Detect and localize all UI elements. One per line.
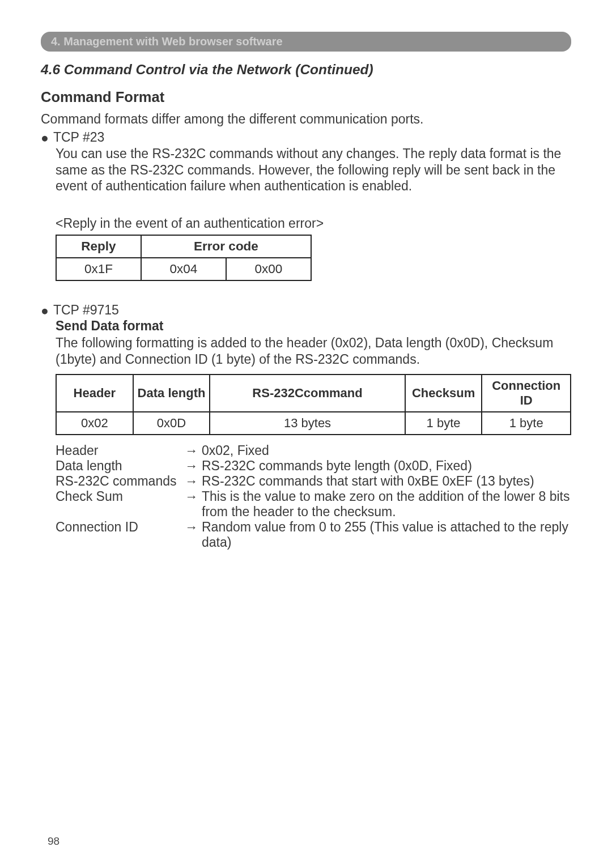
definition-desc: 0x02, Fixed — [202, 443, 571, 458]
tcp9715-bullet: ● TCP #9715 — [41, 303, 571, 319]
definition-row: Data length → RS-232C commands byte leng… — [56, 458, 571, 474]
send-table-header: Connection ID — [482, 375, 571, 412]
definition-row: Check Sum → This is the value to make ze… — [56, 489, 571, 520]
definition-row: RS-232C commands → RS-232C commands that… — [56, 474, 571, 489]
bullet-icon: ● — [41, 303, 49, 319]
definition-row: Header → 0x02, Fixed — [56, 443, 571, 458]
definition-desc: RS-232C commands that start with 0xBE 0x… — [202, 474, 571, 489]
send-table-header: Data length — [133, 375, 210, 412]
arrow-icon: → — [185, 443, 202, 458]
arrow-icon: → — [185, 520, 202, 535]
command-format-heading: Command Format — [41, 89, 571, 105]
definition-term: Header — [56, 443, 185, 458]
send-table-cell: 0x0D — [133, 412, 210, 435]
send-format-table: Header Data length RS-232Ccommand Checks… — [56, 374, 571, 435]
tcp9715-paragraph: The following formatting is added to the… — [56, 335, 571, 367]
send-table-cell: 1 byte — [482, 412, 571, 435]
section-title: 4.6 Command Control via the Network (Con… — [41, 62, 571, 78]
auth-table-cell: 0x00 — [226, 258, 311, 280]
bullet-icon: ● — [41, 130, 49, 146]
tcp23-paragraph: You can use the RS-232C commands without… — [56, 146, 571, 194]
send-table-header: Checksum — [405, 375, 482, 412]
auth-table-cell: 0x04 — [141, 258, 226, 280]
definition-desc: RS-232C commands byte length (0x0D, Fixe… — [202, 458, 571, 474]
send-data-heading: Send Data format — [56, 318, 571, 334]
intro-paragraph: Command formats differ among the differe… — [41, 111, 571, 127]
definition-desc: This is the value to make zero on the ad… — [202, 489, 571, 520]
auth-table-header-error: Error code — [141, 235, 311, 258]
definition-list: Header → 0x02, Fixed Data length → RS-23… — [56, 443, 571, 550]
definition-term: Data length — [56, 458, 185, 474]
definition-term: Check Sum — [56, 489, 185, 504]
tcp23-bullet: ● TCP #23 — [41, 130, 571, 146]
definition-term: Connection ID — [56, 520, 185, 535]
send-table-header: RS-232Ccommand — [210, 375, 405, 412]
definition-desc: Random value from 0 to 255 (This value i… — [202, 520, 571, 550]
send-table-cell: 1 byte — [405, 412, 482, 435]
auth-table-cell: 0x1F — [56, 258, 141, 280]
auth-error-caption: <Reply in the event of an authentication… — [56, 216, 571, 231]
send-table-cell: 0x02 — [56, 412, 133, 435]
arrow-icon: → — [185, 489, 202, 504]
arrow-icon: → — [185, 474, 202, 489]
send-table-cell: 13 bytes — [210, 412, 405, 435]
send-table-header: Header — [56, 375, 133, 412]
auth-error-table: Reply Error code 0x1F 0x04 0x00 — [56, 235, 312, 281]
arrow-icon: → — [185, 458, 202, 474]
tcp23-label: TCP #23 — [53, 130, 104, 145]
page-number: 98 — [48, 835, 60, 848]
section-banner: 4. Management with Web browser software — [41, 32, 571, 52]
banner-text: 4. Management with Web browser software — [51, 35, 283, 48]
definition-row: Connection ID → Random value from 0 to 2… — [56, 520, 571, 550]
auth-table-header-reply: Reply — [56, 235, 141, 258]
tcp9715-label: TCP #9715 — [53, 303, 119, 318]
definition-term: RS-232C commands — [56, 474, 185, 489]
